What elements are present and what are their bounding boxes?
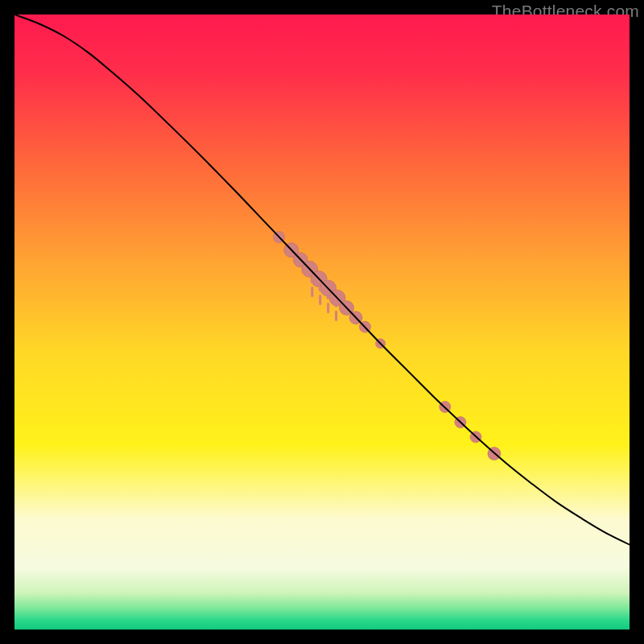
plot-area [14,14,630,630]
chart-frame: TheBottleneck.com [0,0,644,644]
marker-dot [334,303,337,307]
marker-dot [319,287,322,291]
marker-dot [311,279,314,283]
gradient-background [14,14,630,630]
chart-svg [14,14,630,630]
marker-dot [326,295,329,299]
